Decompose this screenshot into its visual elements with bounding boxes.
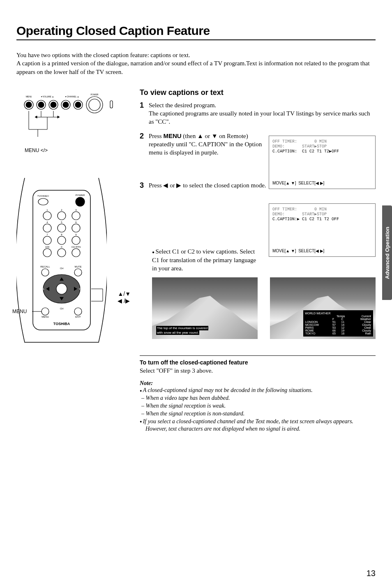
turnoff-heading: To turn off the closed-captioned feature [140, 359, 376, 366]
svg-text:3: 3 [75, 209, 77, 211]
step-3: 3 Press ◀ or ▶ to select the closed capt… [140, 181, 267, 190]
svg-point-34 [72, 249, 80, 257]
osd-screen-1: OFF TIMER: 0 MIN DEMO: START▶STOP C.CAPT… [269, 136, 376, 189]
section-heading: To view captions or text [140, 88, 376, 97]
svg-point-29 [43, 236, 51, 244]
bullet-captions: Select C1 or C2 to view captions. Select… [152, 247, 258, 272]
text-example-image: WORLD WEATHER TempsCurrent FCWeather LON… [270, 277, 376, 339]
page-title: Operating Closed Caption Feature [16, 24, 376, 38]
note-block: Note: A closed-captioned signal may not … [140, 380, 376, 433]
page-number: 13 [367, 569, 376, 578]
svg-point-32 [43, 249, 51, 257]
svg-point-11 [89, 99, 100, 111]
svg-point-7 [63, 102, 69, 108]
svg-text:EXIT: EXIT [75, 316, 81, 318]
panel-power-label: POWER [91, 93, 99, 96]
svg-text:2: 2 [61, 209, 62, 211]
step-1: 1 Select the desired program. The captio… [140, 101, 376, 126]
caption-example-image: The top of the mountain is covered with … [152, 277, 258, 339]
svg-text:8: 8 [61, 233, 62, 236]
svg-point-1 [26, 102, 32, 108]
svg-point-22 [76, 197, 85, 206]
svg-point-31 [72, 236, 80, 244]
panel-menu-label: MENU [26, 95, 32, 98]
svg-point-33 [58, 249, 66, 257]
svg-point-30 [58, 236, 66, 244]
turnoff-body: Select "OFF" in step 3 above. [140, 367, 376, 374]
tv-panel-diagram: MENU ▼VOLUME ▲ ▼CHANNEL ▲ POWER [16, 88, 140, 153]
remote-arrows-callout: ▲/▼ ◀ /▶ [118, 291, 131, 304]
svg-text:TV/VIDEO: TV/VIDEO [37, 195, 49, 197]
svg-point-28 [72, 224, 80, 232]
svg-point-27 [58, 224, 66, 232]
svg-point-21 [38, 198, 48, 205]
svg-point-5 [51, 102, 56, 108]
svg-point-35 [42, 269, 49, 276]
svg-text:5: 5 [61, 221, 62, 224]
svg-point-23 [43, 212, 51, 220]
side-tab: Advanced Operation [382, 205, 392, 300]
svg-text:RECALL: RECALL [40, 265, 50, 268]
svg-text:TOSHIBA: TOSHIBA [53, 322, 70, 326]
svg-rect-12 [110, 101, 113, 108]
panel-menu-callout: MENU </> [25, 148, 140, 153]
svg-text:9: 9 [75, 233, 77, 236]
step-2: 2 Press MENU (then ▲ or ▼ on Remote) rep… [140, 132, 267, 157]
svg-text:MENU: MENU [42, 316, 49, 318]
svg-point-25 [72, 212, 80, 220]
svg-text:4: 4 [46, 221, 48, 224]
svg-text:7: 7 [46, 233, 48, 236]
svg-text:VOL: VOL [39, 288, 45, 290]
svg-point-24 [58, 212, 66, 220]
svg-text:POWER: POWER [76, 194, 85, 196]
intro-text: You have two options with the closed cap… [16, 51, 376, 76]
svg-text:1: 1 [46, 209, 48, 211]
svg-text:0: 0 [61, 246, 62, 248]
svg-text:CH: CH [60, 267, 64, 270]
panel-vol-label: ▼VOLUME ▲ [41, 95, 54, 98]
svg-point-9 [75, 102, 81, 108]
svg-text:6: 6 [75, 221, 77, 224]
remote-diagram: MENU ▲/▼ ◀ /▶ [16, 178, 123, 352]
svg-point-3 [38, 102, 44, 108]
title-rule [16, 39, 376, 40]
svg-point-36 [74, 269, 82, 276]
svg-text:CH: CH [60, 307, 64, 310]
svg-text:100: 100 [45, 246, 50, 248]
osd-screen-2: OFF TIMER: 0 MIN DEMO: START▶STOP C.CAPT… [269, 203, 376, 257]
svg-point-40 [74, 308, 82, 315]
svg-text:CH RTN: CH RTN [71, 246, 81, 248]
svg-text:VOL: VOL [79, 288, 84, 290]
svg-text:MUTE: MUTE [75, 265, 82, 268]
svg-point-38 [56, 284, 67, 294]
svg-point-26 [43, 224, 51, 232]
svg-point-39 [42, 308, 49, 315]
panel-ch-label: ▼CHANNEL ▲ [65, 95, 79, 98]
remote-menu-callout: MENU [12, 309, 27, 314]
